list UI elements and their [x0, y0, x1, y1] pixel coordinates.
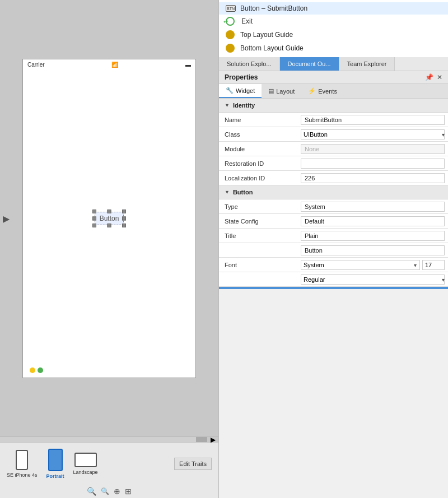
outline-item-exit[interactable]: ↩ Exit	[219, 15, 448, 28]
prop-name-label: Name	[219, 114, 297, 125]
zoom-bar: 🔍 🔍 ⊕ ⊞	[0, 485, 218, 498]
carrier-label: Carrier	[27, 62, 45, 68]
zoom-in-icon[interactable]: 🔍	[87, 487, 96, 496]
prop-name-row: Name	[219, 113, 448, 127]
se-iphone4s-label: SE iPhone 4s	[7, 472, 38, 478]
device-landscape[interactable]: Landscape	[73, 453, 98, 475]
wifi-icon: 📶	[111, 62, 118, 68]
prop-class-value: UIButton	[297, 128, 448, 141]
prop-class-label: Class	[219, 129, 297, 140]
prop-restoration-value	[297, 157, 448, 170]
outline-top-layout-label: Top Layout Guide	[240, 31, 293, 39]
section-identity: ▼ Identity	[219, 99, 448, 113]
zoom-out-icon[interactable]: 🔍	[101, 487, 109, 495]
handle-bl	[92, 224, 96, 227]
name-input[interactable]	[301, 115, 445, 125]
identity-triangle: ▼	[225, 103, 230, 108]
prop-font-style-row: Regular	[219, 272, 448, 287]
localization-input[interactable]	[301, 173, 445, 183]
prop-localization-label: Localization ID	[219, 173, 297, 184]
handle-bm	[107, 224, 111, 227]
landscape-label: Landscape	[73, 469, 98, 475]
outline-item-top-layout[interactable]: Top Layout Guide	[219, 28, 448, 41]
pin-icon[interactable]: 📌	[425, 73, 433, 81]
title-value-input[interactable]	[301, 245, 445, 255]
tab-solution-explorer[interactable]: Solution Explo...	[219, 57, 280, 71]
device-se-iphone4s[interactable]: SE iPhone 4s	[7, 450, 38, 478]
portrait-icon	[48, 449, 63, 471]
prop-type-label: Type	[219, 201, 297, 212]
outline-item-button[interactable]: BTN Button – SubmitButton	[219, 2, 448, 15]
prop-name-value	[297, 114, 448, 126]
font-style-select[interactable]: Regular	[301, 274, 445, 285]
outline-button-label: Button – SubmitButton	[240, 4, 307, 12]
layout-tab-label: Layout	[276, 88, 295, 95]
scroll-right-btn[interactable]: ▶	[207, 437, 218, 442]
tab-team-explorer[interactable]: Team Explorer	[339, 57, 395, 71]
title-input[interactable]	[301, 231, 445, 241]
section-button: ▼ Button	[219, 185, 448, 199]
properties-scroll[interactable]: ▼ Identity Name Class UIButton	[219, 99, 448, 498]
prop-font-row: Font System	[219, 258, 448, 272]
events-tab-label: Events	[318, 88, 337, 95]
tab-document-outline[interactable]: Document Ou...	[280, 57, 339, 71]
prop-state-row: State Config	[219, 214, 448, 229]
properties-title: Properties	[225, 73, 258, 81]
portrait-label: Portrait	[46, 473, 64, 479]
edit-traits-button[interactable]: Edit Traits	[174, 458, 212, 470]
scroll-thumb-h	[196, 437, 207, 442]
prop-state-label: State Config	[219, 216, 297, 227]
prop-title-value-row	[219, 243, 448, 258]
arrow-left: ▶	[3, 213, 10, 224]
prop-module-label: Module	[219, 143, 297, 155]
prop-localization-row: Localization ID	[219, 171, 448, 185]
tab-layout[interactable]: ▤ Layout	[262, 84, 301, 98]
module-input[interactable]	[301, 144, 445, 154]
button-icon: BTN	[226, 5, 236, 12]
lightning-icon: ⚡	[308, 87, 316, 95]
edit-traits-label: Edit Traits	[179, 460, 207, 467]
button-section-label: Button	[233, 189, 253, 196]
bottom-toolbar: SE iPhone 4s Portrait Landscape Edit Tra…	[0, 442, 218, 498]
close-icon[interactable]: ✕	[437, 73, 442, 81]
handle-tm	[107, 210, 111, 213]
restoration-input[interactable]	[301, 159, 445, 169]
type-input[interactable]	[301, 202, 445, 212]
prop-title-value-label	[219, 248, 297, 253]
prop-type-row: Type	[219, 199, 448, 214]
exit-icon: ↩	[226, 17, 235, 26]
document-outline-area: BTN Button – SubmitButton ↩ Exit Top Lay…	[219, 0, 448, 57]
tab-events[interactable]: ⚡ Events	[301, 84, 344, 98]
handle-tl	[92, 210, 96, 213]
outline-bottom-layout-label: Bottom Layout Guide	[240, 44, 304, 52]
phone-status-bar: Carrier 📶 ▬	[23, 59, 195, 71]
handle-tr	[122, 210, 126, 213]
landscape-icon	[74, 453, 97, 467]
prop-tab-bar: 🔧 Widget ▤ Layout ⚡ Events	[219, 84, 448, 99]
zoom-actual-icon[interactable]: ⊞	[125, 487, 132, 496]
prop-font-value: System	[297, 259, 448, 271]
dot-yellow	[30, 367, 35, 373]
outline-exit-label: Exit	[241, 17, 253, 25]
handle-ml	[92, 216, 96, 220]
zoom-fit-icon[interactable]: ⊕	[114, 487, 120, 496]
prop-font-style-label	[219, 277, 297, 282]
document-outline-label: Document Ou...	[288, 60, 331, 67]
outline-item-bottom-layout[interactable]: Bottom Layout Guide	[219, 41, 448, 55]
prop-module-value	[297, 143, 448, 155]
class-select[interactable]: UIButton	[301, 129, 445, 139]
prop-font-label: Font	[219, 259, 297, 271]
properties-icons: 📌 ✕	[425, 73, 442, 81]
right-panel: BTN Button – SubmitButton ↩ Exit Top Lay…	[218, 0, 448, 498]
phone-area: ▶ Carrier 📶 ▬	[0, 0, 218, 436]
dot-green	[38, 367, 43, 373]
font-select[interactable]: System	[301, 260, 420, 270]
phone-frame: Carrier 📶 ▬	[22, 59, 196, 378]
solution-explorer-label: Solution Explo...	[227, 60, 272, 67]
tab-widget[interactable]: 🔧 Widget	[219, 84, 262, 98]
state-input[interactable]	[301, 216, 445, 226]
prop-title-value-field	[297, 244, 448, 257]
font-size-input[interactable]	[422, 260, 445, 270]
device-portrait[interactable]: Portrait	[46, 449, 64, 479]
bottom-layout-icon	[226, 44, 235, 53]
